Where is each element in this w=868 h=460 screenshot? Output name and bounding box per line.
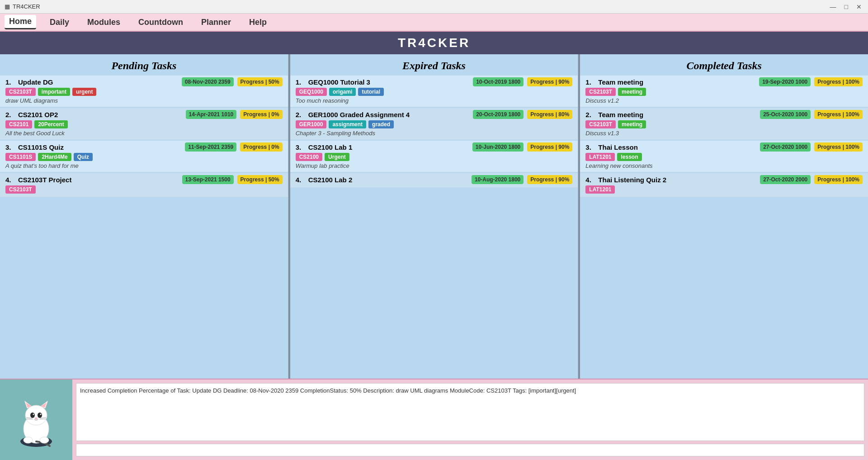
expired-tasks-column: Expired Tasks 1. GEQ1000 Tutorial 3 10-O… [290, 54, 579, 379]
task-desc: A quiz that's too hard for me [5, 162, 283, 169]
completed-tasks-column: Completed Tasks 1. Team meeting 19-Sep-2… [580, 54, 868, 379]
tags-row: GER1000 assignment graded [296, 120, 573, 128]
bottom-section: Increased Completion Percentage of Task:… [0, 379, 868, 460]
task-header-row: 2. Team meeting 25-Oct-2020 1000 Progres… [585, 110, 863, 119]
tag-module: CS2103T [585, 120, 616, 128]
mascot-icon [9, 393, 63, 447]
menu-help[interactable]: Help [245, 16, 271, 29]
app-header: TR4CKER [0, 32, 868, 54]
tag-module: LAT1201 [585, 153, 615, 161]
menu-modules[interactable]: Modules [83, 16, 125, 29]
task-number: 4. [296, 176, 305, 184]
expired-task-4: 4. CS2100 Lab 2 10-Aug-2020 1800 Progres… [290, 173, 578, 188]
completed-task-3: 3. Thai Lesson 27-Oct-2020 1000 Progress… [580, 141, 868, 172]
tag-origami: origami [329, 88, 356, 96]
tags-row: CS2101 20Percent [5, 120, 283, 128]
titlebar-left: ▦ TR4CKER [5, 3, 40, 10]
task-desc: Discuss v1.2 [585, 97, 863, 104]
mascot-area [0, 379, 72, 460]
menu-daily[interactable]: Daily [45, 16, 74, 29]
completed-header: Completed Tasks [580, 54, 868, 76]
tag-module: CS2103T [5, 185, 36, 194]
task-header-row: 2. GER1000 Graded Assignment 4 20-Oct-20… [296, 110, 573, 119]
task-name: CS2103T Project [18, 176, 179, 184]
svg-point-10 [40, 414, 42, 415]
titlebar-controls: — □ ✕ [828, 3, 863, 10]
titlebar: ▦ TR4CKER — □ ✕ [0, 0, 868, 14]
expired-task-2: 2. GER1000 Graded Assignment 4 20-Oct-20… [290, 108, 578, 140]
tags-row: GEQ1000 origami tutorial [296, 88, 573, 96]
tags-row: CS2103T meeting [585, 88, 863, 96]
task-number: 3. [296, 143, 305, 151]
svg-point-9 [33, 414, 34, 415]
console-input[interactable] [76, 444, 864, 456]
menu-planner[interactable]: Planner [197, 16, 236, 29]
tag-important: important [38, 88, 70, 96]
menu-countdown[interactable]: Countdown [134, 16, 188, 29]
task-name: CS1101S Quiz [18, 143, 181, 151]
task-name: CS2100 Lab 1 [308, 143, 469, 151]
progress-badge: Progress | 90% [527, 142, 572, 152]
maximize-button[interactable]: □ [843, 3, 850, 10]
progress-badge: Progress | 0% [240, 110, 282, 119]
columns-wrapper: Pending Tasks 1. Update DG 08-Nov-2020 2… [0, 54, 868, 379]
progress-badge: Progress | 80% [527, 110, 572, 119]
tag-graded: graded [368, 120, 394, 128]
tag-module: GER1000 [296, 120, 327, 128]
deadline-badge: 11-Sep-2021 2359 [185, 142, 236, 152]
tag-urgent: urgent [72, 88, 96, 96]
deadline-badge: 20-Oct-2019 1800 [473, 110, 524, 119]
task-number: 3. [585, 143, 594, 151]
task-header-row: 1. Team meeting 19-Sep-2020 1000 Progres… [585, 77, 863, 86]
svg-point-16 [24, 437, 33, 443]
task-desc: Warmup lab practice [296, 162, 573, 169]
tag-percent: 20Percent [34, 120, 67, 128]
task-name: CS2101 OP2 [18, 111, 182, 119]
pending-task-4: 4. CS2103T Project 13-Sep-2021 1500 Prog… [0, 173, 288, 197]
task-number: 1. [5, 78, 14, 86]
task-header-row: 4. CS2103T Project 13-Sep-2021 1500 Prog… [5, 175, 283, 184]
progress-badge: Progress | 100% [814, 142, 863, 152]
task-desc: All the best Good Luck [5, 130, 283, 137]
pending-task-1: 1. Update DG 08-Nov-2020 2359 Progress |… [0, 76, 288, 107]
task-header-row: 4. Thai Listening Quiz 2 27-Oct-2020 200… [585, 175, 863, 184]
task-name: Team meeting [598, 111, 756, 119]
deadline-badge: 10-Aug-2020 1800 [472, 175, 524, 184]
minimize-button[interactable]: — [828, 3, 838, 10]
expired-task-3: 3. CS2100 Lab 1 10-Jun-2020 1800 Progres… [290, 141, 578, 172]
close-button[interactable]: ✕ [854, 3, 863, 10]
tag-module: LAT1201 [585, 185, 615, 194]
completed-task-2: 2. Team meeting 25-Oct-2020 1000 Progres… [580, 108, 868, 140]
console-area: Increased Completion Percentage of Task:… [72, 379, 868, 460]
task-name: CS2100 Lab 2 [308, 176, 468, 184]
app-icon: ▦ [5, 3, 10, 10]
task-number: 4. [5, 176, 14, 184]
deadline-badge: 08-Nov-2020 2359 [182, 77, 234, 86]
svg-point-11 [35, 417, 38, 419]
svg-point-17 [40, 437, 49, 443]
tag-meeting: meeting [618, 88, 646, 96]
progress-badge: Progress | 100% [814, 77, 863, 86]
task-header-row: 3. Thai Lesson 27-Oct-2020 1000 Progress… [585, 142, 863, 152]
window-title: TR4CKER [13, 3, 40, 10]
tags-row: CS2100 Urgent [296, 153, 573, 161]
task-number: 3. [5, 143, 14, 151]
main-content: Pending Tasks 1. Update DG 08-Nov-2020 2… [0, 54, 868, 379]
expired-task-1: 1. GEQ1000 Tutorial 3 10-Oct-2019 1800 P… [290, 76, 578, 107]
task-number: 2. [5, 111, 14, 119]
svg-point-2 [25, 405, 47, 425]
task-header-row: 3. CS1101S Quiz 11-Sep-2021 2359 Progres… [5, 142, 283, 152]
deadline-badge: 14-Apr-2021 1010 [186, 110, 237, 119]
task-number: 1. [296, 78, 305, 86]
tag-module: CS2103T [585, 88, 616, 96]
pending-task-3: 3. CS1101S Quiz 11-Sep-2021 2359 Progres… [0, 141, 288, 172]
pending-tasks-column: Pending Tasks 1. Update DG 08-Nov-2020 2… [0, 54, 288, 379]
deadline-badge: 25-Oct-2020 1000 [760, 110, 811, 119]
deadline-badge: 27-Oct-2020 2000 [760, 175, 811, 184]
svg-point-8 [38, 413, 42, 418]
tags-row: LAT1201 [585, 185, 863, 194]
menu-home[interactable]: Home [5, 15, 36, 29]
tags-row: CS2103T meeting [585, 120, 863, 128]
tags-row: CS1101S 2Hard4Me Quiz [5, 153, 283, 161]
progress-badge: Progress | 90% [527, 175, 572, 184]
